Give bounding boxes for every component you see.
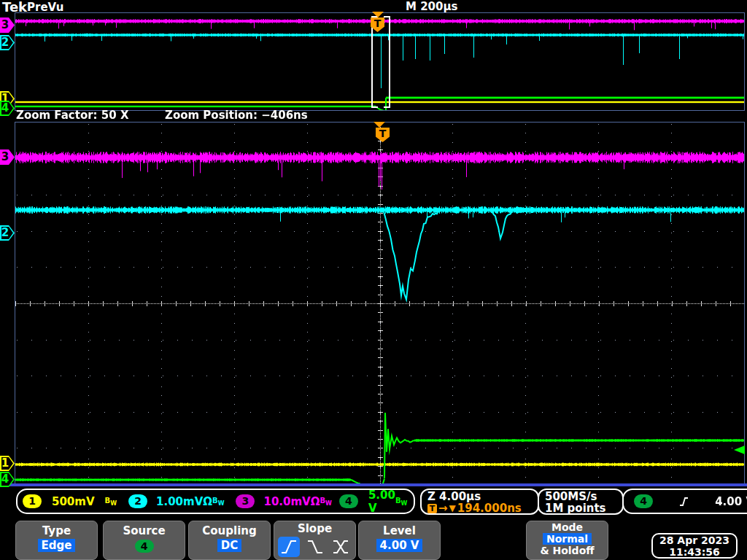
trigger-delay-readout: T→▼194.000ns (427, 502, 538, 514)
menu-type-value: Edge (38, 539, 76, 552)
slope-falling-option[interactable] (304, 537, 326, 557)
overview-trigger-position-icon (372, 12, 384, 18)
trigger-level-arrow (734, 446, 745, 454)
rising-edge-icon (279, 538, 298, 556)
sample-rate: 500MS/s (545, 491, 622, 502)
menu-mode-title: Mode (527, 521, 608, 533)
zoom-waveform-canvas (15, 122, 744, 484)
menu-level-value: 4.00 V (376, 539, 423, 552)
menu-mode-value: Normal (543, 533, 592, 545)
overview-ch3-marker: 3 (0, 18, 15, 33)
ch3-bandwidth-icon: BW (320, 497, 331, 507)
datetime-box: 28 Apr 2023 11:43:56 (651, 533, 738, 559)
menu-slope-button[interactable]: Slope (274, 521, 356, 560)
menu-source-button[interactable]: Source 4 (103, 521, 185, 560)
trigger-status-box: 4 4.00 V (622, 489, 747, 514)
ch1-scale: 500mV (52, 495, 95, 508)
marker-down-icon: ▼ (449, 502, 456, 514)
trigger-slope-icon (678, 496, 689, 508)
ch2-scale: 1.00mVΩ (156, 495, 212, 508)
menu-mode-button[interactable]: Mode Normal & Holdoff (526, 521, 608, 560)
menu-coupling-value: DC (217, 539, 241, 552)
time-label: 11:43:56 (653, 546, 736, 558)
menu-type-button[interactable]: Type Edge (15, 521, 98, 560)
ch1-badge: 1 (23, 494, 42, 508)
menu-level-button[interactable]: Level 4.00 V (358, 521, 441, 560)
trigger-delay-value: 194.000ns (457, 502, 522, 514)
menu-type-title: Type (16, 524, 97, 537)
ch4-scale: 5.00 V (368, 489, 395, 515)
trigger-level-value: 4.00 V (715, 495, 747, 508)
zoom-scale-box: Z 4.00µs T→▼194.000ns (420, 489, 539, 515)
menu-level-title: Level (359, 524, 440, 537)
slope-rising-option[interactable] (278, 537, 300, 557)
zoom-ch2-marker: 2 (0, 225, 15, 241)
acquisition-box: 500MS/s 1M points (538, 489, 624, 515)
zoom-info-bar: Zoom Factor: 50 X Zoom Position: −406ns (0, 109, 747, 121)
panel-divider (0, 483, 747, 486)
menu-coupling-button[interactable]: Coupling DC (188, 521, 271, 560)
menu-slope-title: Slope (274, 522, 355, 535)
zoom-waveform-panel (15, 122, 745, 484)
zoom-ch1-marker: 1 (0, 456, 15, 471)
menu-coupling-title: Coupling (189, 524, 270, 537)
menu-source-value: 4 (135, 540, 154, 553)
ch2-badge: 2 (128, 494, 147, 508)
menu-mode-value2: & Holdoff (527, 545, 608, 556)
trigger-source-badge: 4 (634, 494, 653, 508)
zoom-scale-label: Z 4.00µs (427, 491, 538, 502)
record-length: 1M points (545, 502, 622, 514)
either-edge-icon (331, 538, 350, 556)
ch3-scale: 10.0mVΩ (263, 495, 320, 508)
date-label: 28 Apr 2023 (653, 534, 736, 546)
ch2-bandwidth-icon: BW (212, 497, 224, 507)
trigger-t-icon: T (427, 504, 437, 513)
slope-either-option[interactable] (330, 537, 352, 557)
zoom-factor-label: Zoom Factor: 50 X (16, 109, 128, 122)
ch1-bandwidth-icon: BW (105, 497, 117, 507)
channel-readouts-box: 1 500mV BW 2 1.00mVΩ BW 3 10.0mVΩ BW 4 5… (16, 489, 415, 514)
overview-ch2-marker: 2 (0, 35, 15, 50)
oscilloscope-screen: Tek PreVu M 200µs T 3 2 1 4 Zoom Factor:… (0, 0, 747, 560)
ch4-bandwidth-icon: BW (395, 497, 407, 507)
zoom-trigger-position-icon (374, 122, 385, 128)
zoom-position-label: Zoom Position: −406ns (165, 109, 308, 122)
ch4-badge: 4 (339, 494, 358, 508)
falling-edge-icon (306, 538, 325, 556)
zoom-ch3-marker: 3 (0, 149, 15, 165)
ch3-badge: 3 (236, 494, 255, 508)
menu-source-title: Source (104, 524, 185, 537)
arrow-right-icon: → (438, 502, 448, 514)
timebase-label: M 200µs (406, 0, 457, 13)
